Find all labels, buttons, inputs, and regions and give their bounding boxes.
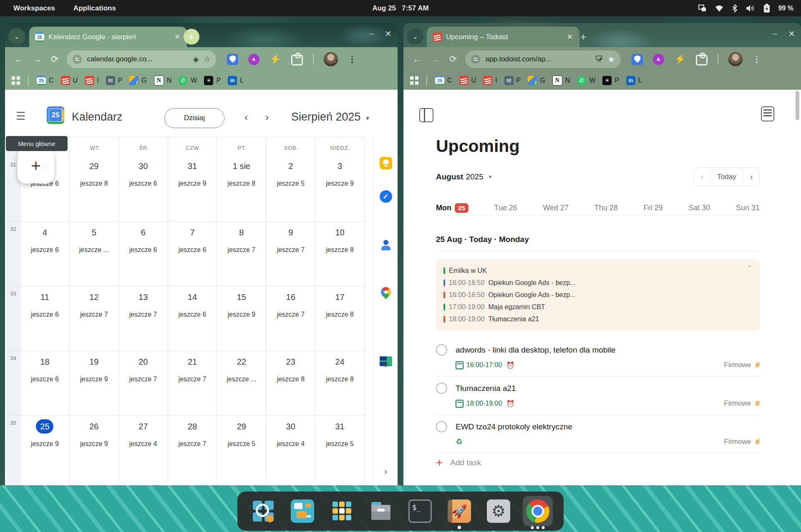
date-number[interactable]: 18 (36, 355, 53, 369)
task-checkbox[interactable] (436, 421, 447, 432)
date-number[interactable]: 27 (134, 419, 152, 434)
new-tab-button[interactable]: + (575, 29, 591, 45)
calendar-day-cell[interactable]: 15 jeszcze 9 (217, 286, 266, 350)
hide-side-panel-icon[interactable]: › (384, 466, 387, 477)
calendar-day-cell[interactable]: 14 jeszcze 6 (168, 286, 217, 350)
bookmark-item[interactable]: C (435, 76, 452, 85)
task-item[interactable]: adwords - linki dla desktop, telefon dla… (436, 338, 760, 377)
browser-menu-icon[interactable]: ⋮ (348, 54, 356, 64)
date-number[interactable]: 14 (184, 290, 201, 304)
today-button[interactable]: Dzisiaj (164, 108, 224, 128)
more-events-link[interactable]: jeszcze 6 (119, 246, 168, 254)
date-number[interactable]: 21 (184, 355, 201, 369)
dock-item[interactable]: 🚀 (444, 496, 474, 526)
close-window-button[interactable]: ✕ (788, 29, 795, 39)
puzzle-icon[interactable] (291, 55, 303, 66)
more-events-link[interactable]: jeszcze 6 (168, 246, 217, 254)
prev-week-icon[interactable]: ‹ (694, 168, 710, 186)
dock-item[interactable] (523, 496, 553, 526)
main-menu-icon[interactable]: ☰ (16, 110, 33, 122)
more-events-link[interactable]: jeszcze 7 (266, 246, 315, 254)
more-events-link[interactable]: jeszcze 4 (266, 440, 315, 448)
more-events-link[interactable]: jeszcze 9 (70, 440, 118, 448)
more-events-link[interactable]: jeszcze 9 (217, 311, 266, 318)
calendar-day-cell[interactable]: 21 jeszcze 7 (168, 351, 217, 415)
display-icon[interactable] (698, 5, 707, 12)
tab-todoist[interactable]: Upcoming – Todoist ✕ (427, 27, 579, 47)
calendar-day-cell[interactable]: 19 jeszcze 9 (70, 351, 119, 415)
date-number[interactable]: 12 (85, 290, 103, 304)
dock-item[interactable] (287, 496, 317, 526)
calendar-day-cell[interactable]: 9 jeszcze 7 (266, 222, 315, 286)
more-events-link[interactable]: jeszcze 5 (266, 180, 315, 187)
date-number[interactable]: 6 (134, 225, 152, 240)
more-events-link[interactable]: jeszcze 5 (217, 440, 266, 448)
calendar-event[interactable]: 17:00-19:00 Maja egzamin CBT (443, 301, 752, 313)
add-task-button[interactable]: + Add task (436, 457, 481, 469)
date-number[interactable]: 23 (282, 355, 300, 369)
next-month-icon[interactable]: › (265, 111, 269, 123)
task-item[interactable]: Tłumaczenia a21 18:00-19:00 ⏰ ♻ Firmowe (436, 377, 760, 415)
forward-icon[interactable]: → (431, 54, 440, 65)
bookmark-item[interactable]: G (129, 76, 146, 85)
back-icon[interactable]: ← (413, 54, 422, 65)
more-events-link[interactable]: jeszcze 9 (20, 440, 69, 448)
more-events-link[interactable]: jeszcze 7 (266, 311, 315, 318)
tab-close-icon[interactable]: ✕ (565, 33, 574, 41)
address-bar[interactable]: calendar.google.co... ◈ ☆ (67, 50, 216, 68)
calendar-day-cell[interactable]: 26 jeszcze 9 (70, 416, 119, 485)
today-button[interactable]: Today (710, 168, 743, 186)
date-number[interactable]: 8 (233, 225, 250, 240)
weekday-item[interactable]: Sat 30 (688, 203, 710, 213)
more-events-link[interactable]: jeszcze ... (217, 376, 266, 383)
sidebar-toggle-icon[interactable] (419, 108, 433, 122)
lightning-icon[interactable]: ⚡ (674, 55, 685, 64)
dock-item[interactable] (248, 496, 278, 526)
date-number[interactable]: 15 (233, 290, 250, 304)
task-time[interactable]: 18:00-19:00 (456, 400, 502, 408)
date-number[interactable]: 10 (331, 225, 349, 240)
calendar-day-cell[interactable]: 11 jeszcze 6 (20, 286, 70, 350)
date-number[interactable]: 26 (85, 419, 103, 434)
bookmark-star-filled-icon[interactable]: ★ (608, 54, 615, 64)
calendar-day-cell[interactable]: 31 jeszcze 5 (315, 416, 365, 485)
lightning-icon[interactable]: ⚡ (270, 55, 281, 64)
calendar-day-cell[interactable]: 5 jeszcze ... (70, 222, 119, 286)
more-events-link[interactable]: jeszcze 8 (70, 180, 118, 187)
date-number[interactable]: 7 (184, 225, 201, 240)
month-dropdown[interactable]: August2025▼ (436, 172, 493, 182)
more-events-link[interactable]: jeszcze 6 (119, 180, 168, 187)
weekday-item[interactable]: Wed 27 (543, 203, 569, 213)
more-events-link[interactable]: jeszcze 8 (315, 311, 364, 318)
view-options-icon[interactable] (761, 106, 774, 121)
bookmark-item[interactable]: I (483, 76, 497, 85)
calendar-day-cell[interactable]: 24 jeszcze 8 (315, 351, 365, 415)
weekday-item[interactable]: Thu 28 (594, 203, 618, 213)
dock-item[interactable]: ⚙ (484, 496, 514, 526)
more-events-link[interactable]: jeszcze 7 (217, 246, 266, 254)
calendar-day-cell[interactable]: 20 jeszcze 7 (119, 351, 168, 415)
tab-search-button[interactable]: ⌄ (407, 28, 423, 45)
applications-menu[interactable]: Applications (73, 4, 116, 13)
date-number[interactable]: 31 (331, 419, 349, 434)
get-addons-plus-icon[interactable]: + (382, 357, 390, 371)
browser-menu-icon[interactable]: ⋮ (753, 54, 761, 64)
project-label[interactable]: Firmowe (724, 438, 751, 446)
calendar-day-cell[interactable]: 17 jeszcze 8 (315, 286, 365, 350)
apps-grid-icon[interactable] (12, 76, 20, 85)
profile-avatar[interactable] (324, 52, 338, 66)
calendar-day-cell[interactable]: 16 jeszcze 7 (266, 286, 315, 350)
calendar-day-cell[interactable]: 12 jeszcze 7 (70, 286, 119, 350)
date-number[interactable]: 17 (331, 290, 349, 304)
minimize-button[interactable]: – (369, 29, 374, 39)
more-events-link[interactable]: jeszcze 6 (20, 376, 69, 383)
task-checkbox[interactable] (436, 383, 447, 394)
project-label[interactable]: Firmowe (724, 361, 751, 369)
apps-grid-icon[interactable] (410, 76, 418, 85)
project-label[interactable]: Firmowe (724, 399, 751, 408)
bookmark-item[interactable]: P (602, 76, 619, 85)
more-events-link[interactable]: jeszcze 8 (315, 246, 364, 254)
prev-month-icon[interactable]: ‹ (244, 111, 248, 123)
calendar-day-cell[interactable]: 28 jeszcze 7 (168, 416, 217, 485)
bookmark-item[interactable]: L (626, 76, 642, 85)
